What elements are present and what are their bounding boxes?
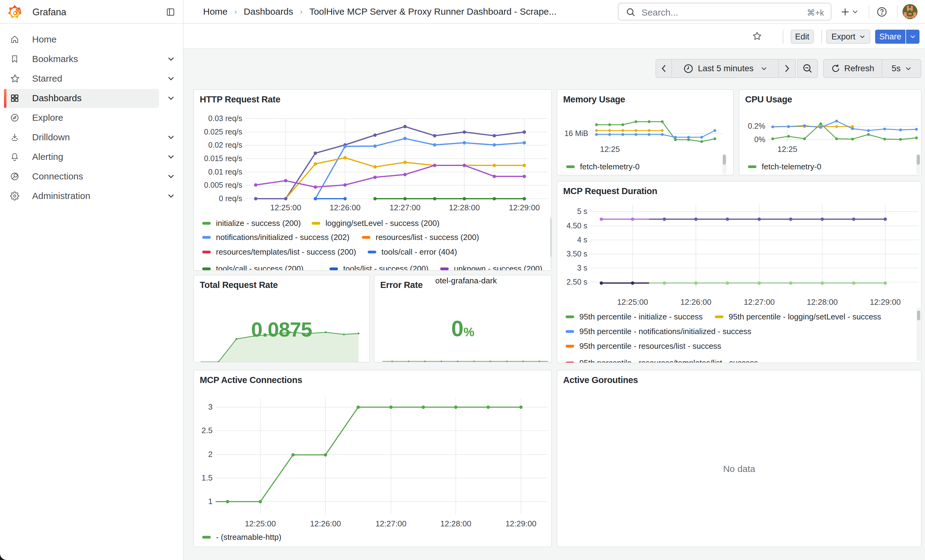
svg-text:12:29:00: 12:29:00 xyxy=(870,297,901,306)
svg-text:12:26:00: 12:26:00 xyxy=(680,297,711,306)
svg-text:12:26:00: 12:26:00 xyxy=(330,203,360,212)
svg-text:12:28:00: 12:28:00 xyxy=(449,203,480,212)
svg-text:12:25:00: 12:25:00 xyxy=(245,519,276,528)
svg-text:12:25:00: 12:25:00 xyxy=(617,297,648,306)
svg-text:0 req/s: 0 req/s xyxy=(219,194,242,203)
svg-text:0.01 req/s: 0.01 req/s xyxy=(208,168,242,176)
svg-text:0.2%: 0.2% xyxy=(748,122,765,130)
svg-text:12:26:00: 12:26:00 xyxy=(310,519,341,528)
svg-text:12:27:00: 12:27:00 xyxy=(375,519,406,528)
svg-text:2: 2 xyxy=(208,450,212,459)
svg-text:12:29:00: 12:29:00 xyxy=(509,203,539,212)
svg-text:12:27:00: 12:27:00 xyxy=(744,297,774,306)
svg-text:12:25: 12:25 xyxy=(600,144,620,154)
svg-text:4 s: 4 s xyxy=(577,236,587,244)
svg-text:0.03 req/s: 0.03 req/s xyxy=(208,114,242,123)
svg-text:0.025 req/s: 0.025 req/s xyxy=(204,128,242,136)
svg-text:12:29:00: 12:29:00 xyxy=(505,519,536,528)
svg-text:3 s: 3 s xyxy=(577,263,587,272)
svg-text:12:27:00: 12:27:00 xyxy=(389,203,420,212)
svg-text:1.5: 1.5 xyxy=(202,473,212,482)
svg-text:3.50 s: 3.50 s xyxy=(566,249,587,258)
svg-text:0.005 req/s: 0.005 req/s xyxy=(204,181,242,189)
svg-text:12:25: 12:25 xyxy=(777,144,797,154)
svg-text:1: 1 xyxy=(208,497,212,506)
svg-text:0%: 0% xyxy=(754,135,765,144)
svg-text:3: 3 xyxy=(208,402,212,411)
svg-text:0.02 req/s: 0.02 req/s xyxy=(208,141,242,149)
svg-text:12:28:00: 12:28:00 xyxy=(807,297,838,306)
svg-text:4.50 s: 4.50 s xyxy=(566,221,587,230)
svg-text:0.015 req/s: 0.015 req/s xyxy=(204,154,242,163)
svg-text:16 MiB: 16 MiB xyxy=(564,129,588,138)
svg-text:5 s: 5 s xyxy=(577,207,587,216)
svg-text:12:25:00: 12:25:00 xyxy=(270,203,301,212)
svg-text:2.5: 2.5 xyxy=(202,426,212,435)
svg-text:2.50 s: 2.50 s xyxy=(566,278,587,286)
svg-text:12:28:00: 12:28:00 xyxy=(440,519,471,528)
